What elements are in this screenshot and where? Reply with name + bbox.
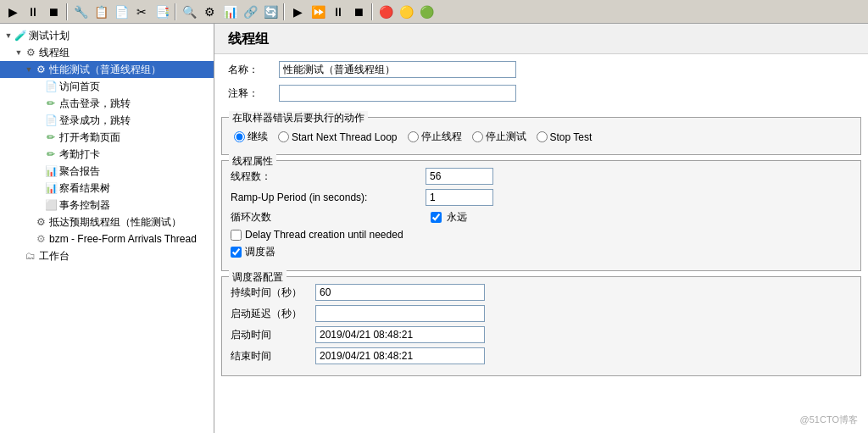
radio-stop-thread-label: 停止线程 [421,130,462,144]
tree-arrow-perf[interactable]: ▼ [24,62,34,77]
toolbar-btn-14[interactable]: ▶ [288,3,307,21]
startup-delay-row: 启动延迟（秒） [231,305,852,322]
toolbar-btn-4[interactable]: 🔧 [71,3,90,21]
radio-next-thread-input[interactable] [278,131,289,142]
bzm-free-label: bzm - Free-Form Arrivals Thread [49,231,197,247]
panel-title: 线程组 [214,24,868,54]
sidebar-item-perf-thread-group[interactable]: ▼ ⚙ 性能测试（普通线程组） [0,61,214,78]
radio-next-thread-label: Start Next Thread Loop [292,131,398,143]
end-time-input[interactable] [315,347,485,364]
toolbar-btn-13[interactable]: 🔄 [261,3,280,21]
toolbar-sep-4 [371,3,373,20]
delay-checkbox[interactable] [231,230,242,241]
scheduler-label: 调度器 [245,245,275,259]
toolbar-sep-3 [283,3,285,20]
tree-arrow-test-plan[interactable]: ▼ [3,28,14,43]
radio-continue-input[interactable] [234,131,245,142]
toolbar-btn-18[interactable]: 🔴 [376,3,395,21]
sidebar-item-transaction-ctrl[interactable]: ⬜ 事务控制器 [0,197,214,214]
tree-arrow-thread-group[interactable]: ▼ [14,45,24,60]
punch-card-icon: ✏ [44,147,58,161]
radio-stop-test-input[interactable] [472,131,483,142]
watermark: @51CTO博客 [800,414,858,426]
test-plan-label: 测试计划 [29,28,70,43]
login-jump-label: 点击登录，跳转 [59,96,131,111]
toolbar-btn-17[interactable]: ⏹ [349,3,368,21]
toolbar-btn-7[interactable]: ✂ [132,3,151,21]
sidebar-item-view-results[interactable]: 📊 察看结果树 [0,180,214,197]
name-input[interactable] [279,61,516,78]
toolbar-btn-11[interactable]: 📊 [220,3,239,21]
toolbar-btn-19[interactable]: 🟡 [397,3,415,21]
sidebar-item-agg-report[interactable]: 📊 聚合报告 [0,163,214,180]
sidebar-item-bzm-arrivals[interactable]: ⚙ 抵达预期线程组（性能测试） [0,214,214,230]
toolbar-btn-3[interactable]: ⏹ [44,3,63,21]
toolbar-btn-2[interactable]: ⏸ [24,3,42,21]
toolbar-btn-10[interactable]: ⚙ [200,3,219,21]
radio-continue[interactable]: 继续 [234,130,268,144]
perf-thread-group-label: 性能测试（普通线程组） [49,62,161,77]
start-time-input[interactable] [315,326,485,343]
view-results-label: 察看结果树 [59,180,110,196]
radio-stop-test-now-label: Stop Test [550,131,593,143]
radio-next-thread[interactable]: Start Next Thread Loop [278,131,398,143]
toolbar-btn-12[interactable]: 🔗 [241,3,259,21]
thread-props-title: 线程属性 [229,154,276,169]
start-time-label: 启动时间 [231,328,315,342]
toolbar-sep-2 [175,3,176,20]
open-attendance-label: 打开考勤页面 [59,130,120,145]
ramp-up-input[interactable] [426,189,493,206]
name-section: 名称： 注释： [214,54,868,112]
sidebar-item-thread-group-root[interactable]: ▼ ⚙ 线程组 [0,44,214,61]
start-time-row: 启动时间 [231,326,852,343]
transaction-ctrl-icon: ⬜ [44,198,58,212]
startup-delay-label: 启动延迟（秒） [231,307,315,321]
radio-stop-test-now[interactable]: Stop Test [537,131,593,143]
radio-stop-thread[interactable]: 停止线程 [408,130,462,144]
duration-input[interactable] [315,284,485,301]
ramp-up-row: Ramp-Up Period (in seconds): [231,189,852,206]
toolbar-sep-1 [66,3,68,20]
startup-delay-input[interactable] [315,305,485,322]
sidebar-item-login-success[interactable]: 📄 登录成功，跳转 [0,112,214,129]
comment-input[interactable] [279,85,516,102]
sidebar-item-bzm-free[interactable]: ⚙ bzm - Free-Form Arrivals Thread [0,230,214,247]
test-plan-icon: 🧪 [14,29,27,42]
radio-stop-test-label: 停止测试 [486,130,526,144]
toolbar-btn-15[interactable]: ⏩ [309,3,327,21]
punch-card-label: 考勤打卡 [59,147,100,162]
name-row: 名称： [228,59,854,80]
sidebar-item-visit-home[interactable]: 📄 访问首页 [0,78,214,95]
loop-forever-checkbox[interactable] [431,212,442,223]
radio-group: 继续 Start Next Thread Loop 停止线程 停止测试 Stop… [231,123,852,147]
sidebar-item-punch-card[interactable]: ✏ 考勤打卡 [0,146,214,163]
bzm-free-icon: ⚙ [34,232,47,246]
thread-props-section: 线程属性 线程数： Ramp-Up Period (in seconds): 循… [221,160,861,271]
sidebar-item-login-jump[interactable]: ✏ 点击登录，跳转 [0,95,214,112]
radio-stop-test-now-input[interactable] [537,131,548,142]
toolbar-btn-6[interactable]: 📄 [112,3,131,21]
toolbar-btn-1[interactable]: ▶ [3,3,22,21]
scheduler-checkbox[interactable] [231,247,242,258]
thread-count-row: 线程数： [231,168,852,185]
delay-label: Delay Thread creation until needed [245,229,403,241]
sidebar-item-workspace[interactable]: 🗂 工作台 [0,247,214,264]
loop-label: 循环次数 [231,210,426,225]
thread-count-input[interactable] [426,168,493,185]
toolbar-btn-9[interactable]: 🔍 [180,3,198,21]
toolbar-btn-20[interactable]: 🟢 [417,3,436,21]
toolbar-btn-16[interactable]: ⏸ [329,3,348,21]
radio-stop-test[interactable]: 停止测试 [472,130,526,144]
transaction-ctrl-label: 事务控制器 [59,197,110,213]
view-results-icon: 📊 [44,181,58,195]
toolbar-btn-5[interactable]: 📋 [92,3,110,21]
content-panel: 线程组 名称： 注释： 在取样器错误后要执行的动作 继续 Start [214,24,868,433]
sidebar-item-test-plan[interactable]: ▼ 🧪 测试计划 [0,27,214,44]
toolbar-btn-8[interactable]: 📑 [153,3,171,21]
duration-label: 持续时间（秒） [231,286,315,300]
sidebar-item-open-attendance[interactable]: ✏ 打开考勤页面 [0,129,214,146]
workspace-icon: 🗂 [24,249,37,263]
open-attendance-icon: ✏ [44,130,58,144]
radio-stop-thread-input[interactable] [408,131,419,142]
delay-row: Delay Thread creation until needed [231,229,852,241]
